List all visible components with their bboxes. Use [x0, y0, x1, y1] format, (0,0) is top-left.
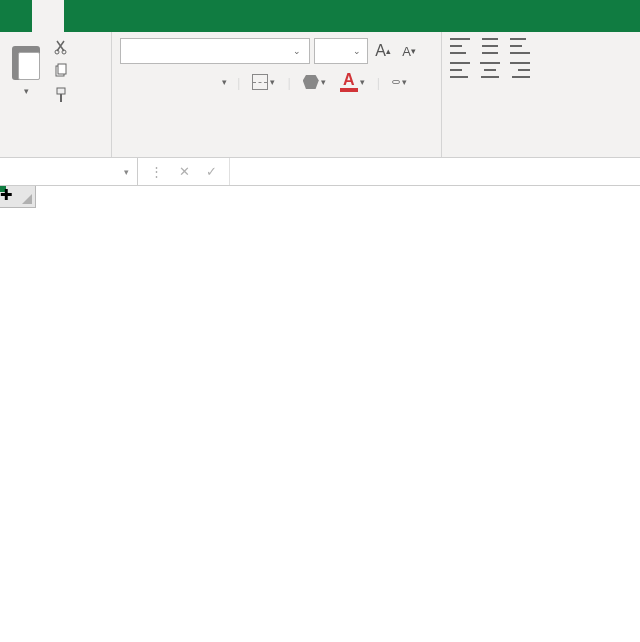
menu-tabs [0, 0, 640, 32]
paste-button[interactable]: ▾ [8, 44, 44, 98]
confirm-icon[interactable]: ✓ [206, 164, 217, 179]
align-left-icon[interactable] [450, 62, 470, 78]
underline-button[interactable] [188, 70, 212, 94]
align-middle-icon[interactable] [480, 38, 500, 54]
border-button[interactable]: ▾ [250, 72, 277, 92]
chevron-down-icon[interactable]: ▾ [222, 77, 227, 87]
paint-bucket-icon [303, 75, 319, 89]
border-icon [252, 74, 268, 90]
font-color-icon: A [343, 72, 355, 88]
fx-label[interactable] [230, 158, 250, 185]
font-name-select[interactable]: ⌄ [120, 38, 310, 64]
tab-page-layout[interactable] [96, 0, 128, 32]
group-font-label [120, 151, 433, 153]
align-right-icon[interactable] [510, 62, 530, 78]
tab-insert[interactable] [64, 0, 96, 32]
svg-rect-5 [60, 94, 62, 102]
group-alignment-label [450, 151, 632, 153]
tab-view[interactable] [224, 0, 256, 32]
chevron-down-icon: ▾ [24, 86, 29, 96]
group-clipboard-label [8, 151, 103, 153]
cancel-icon[interactable]: ✕ [179, 164, 190, 179]
formula-tools: ⋮ ✕ ✓ [138, 158, 230, 185]
phonetic-icon [392, 80, 400, 84]
fill-color-button[interactable]: ▾ [301, 73, 328, 91]
tab-open[interactable] [256, 0, 288, 32]
ribbon: ▾ ⌄ ⌄ A▴ A▾ [0, 32, 640, 158]
copy-icon[interactable] [52, 62, 70, 80]
align-top-icon[interactable] [450, 38, 470, 54]
align-center-icon[interactable] [480, 62, 500, 78]
clipboard-icon [12, 46, 40, 80]
tab-data[interactable] [160, 0, 192, 32]
tab-home[interactable] [32, 0, 64, 32]
svg-rect-4 [57, 88, 65, 94]
tab-review[interactable] [192, 0, 224, 32]
group-alignment [442, 32, 640, 157]
font-size-select[interactable]: ⌄ [314, 38, 368, 64]
name-box[interactable]: ▾ [0, 158, 138, 185]
chevron-down-icon: ▾ [124, 167, 129, 177]
italic-button[interactable] [154, 70, 178, 94]
formula-input[interactable] [250, 158, 640, 185]
svg-rect-3 [58, 64, 66, 74]
tab-file[interactable] [0, 0, 32, 32]
cut-icon[interactable] [52, 38, 70, 56]
format-painter-icon[interactable] [52, 86, 70, 104]
align-bottom-icon[interactable] [510, 38, 530, 54]
formula-menu-icon[interactable]: ⋮ [150, 164, 163, 179]
chevron-down-icon: ⌄ [293, 46, 301, 56]
tab-formula[interactable] [128, 0, 160, 32]
phonetic-button[interactable]: ▾ [390, 75, 409, 89]
font-color-button[interactable]: A ▾ [338, 70, 367, 94]
chevron-down-icon: ⌄ [353, 46, 361, 56]
increase-font-icon[interactable]: A▴ [372, 38, 394, 64]
formula-bar: ▾ ⋮ ✕ ✓ [0, 158, 640, 186]
bold-button[interactable] [120, 70, 144, 94]
group-clipboard: ▾ [0, 32, 112, 157]
group-font: ⌄ ⌄ A▴ A▾ ▾ | ▾ | ▾ A ▾ [112, 32, 442, 157]
decrease-font-icon[interactable]: A▾ [398, 38, 420, 64]
select-all-corner[interactable] [0, 186, 36, 208]
